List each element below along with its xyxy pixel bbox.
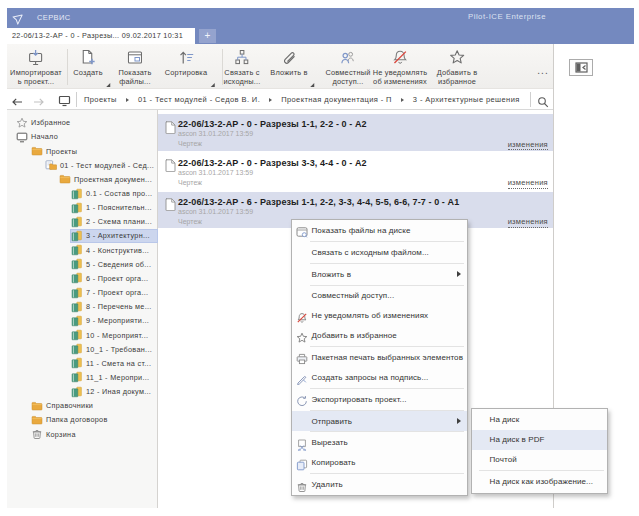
document-row[interactable]: 22-06/13-2-АР - 0 - Разрезы 3-3, 4-4 - 0… (158, 153, 553, 190)
forward-button[interactable] (33, 94, 45, 106)
back-button[interactable] (11, 94, 23, 106)
context-menu-item-label: Отправить (312, 417, 353, 426)
dropdown-corner-icon (106, 83, 110, 87)
tree-item[interactable]: 10_1 - Требован... (71, 343, 157, 356)
toggle-panel-button[interactable] (569, 59, 593, 76)
monitor-icon (16, 131, 28, 143)
tree-item[interactable]: 7 - Проект орга... (71, 286, 157, 299)
context-menu-item[interactable]: Связать с исходным файлом... (292, 242, 467, 262)
context-menu-item[interactable]: Пакетная печать выбранных элементов (292, 348, 467, 368)
search-icon[interactable] (537, 94, 549, 106)
tree-item[interactable]: 11_1 - Меропри... (71, 371, 157, 384)
tree-item-label: 12 - Иная докум... (86, 387, 151, 396)
submenu-item-label: Почтой (490, 455, 517, 464)
document-type: Чертеж (178, 218, 202, 225)
tree-item[interactable]: Избранное (16, 117, 157, 130)
tree-item-label: Проектная докумен... (74, 175, 152, 184)
section-icon (71, 216, 83, 228)
toolbar-button[interactable]: Добавить в избранное (437, 47, 478, 89)
section-icon (71, 230, 83, 242)
tree-item[interactable]: 11 - Смета на ст... (71, 357, 157, 370)
section-icon (71, 244, 83, 256)
submenu-item[interactable]: На диск (472, 410, 607, 430)
tree-item-label: Начало (31, 132, 58, 141)
tree-item-label: 11_1 - Меропри... (86, 373, 149, 382)
folder-icon (59, 173, 71, 185)
toolbar-button[interactable]: Связать с исходны... (223, 47, 260, 89)
context-menu-item-label: Добавить в избранное (312, 331, 397, 340)
tree-item[interactable]: Проекты (31, 145, 157, 158)
mute-bell-icon (392, 49, 409, 66)
context-menu-item[interactable]: Не уведомлять об изменениях (292, 306, 467, 326)
submenu-item[interactable]: На диск в PDF (472, 430, 607, 450)
toolbar-button[interactable]: Импортироват ь проект... (10, 47, 62, 89)
sort-icon (178, 49, 195, 66)
changes-link[interactable]: изменения (508, 217, 548, 228)
context-menu-item-label: Связать с исходным файлом... (312, 248, 429, 257)
toolbar-button[interactable]: Показать файлы... (118, 47, 151, 89)
tree-item[interactable]: 2 - Схема плани... (71, 216, 157, 229)
tree-item[interactable]: Корзина (31, 428, 157, 441)
context-menu-item[interactable]: Отправить (292, 411, 467, 431)
tree-item[interactable]: Папка договоров (31, 414, 157, 427)
tree-item-label: 1 - Пояснительн... (86, 203, 152, 212)
toolbar-button-label: Вложить в (270, 69, 307, 78)
section-icon (71, 202, 83, 214)
toolbar-button[interactable]: Не уведомлять об изменениях (373, 47, 428, 89)
toolbar-button-label: Показать файлы... (118, 69, 151, 86)
breadcrumb-item[interactable]: Проектная документация - П (281, 95, 392, 104)
toolbar-button-label: Сортировка (165, 69, 208, 78)
tree-item[interactable]: Справочники (31, 400, 157, 413)
breadcrumb-item[interactable]: Проекты (84, 95, 117, 104)
toolbar: ... Импортироват ь проект... Создать Пок… (7, 44, 553, 88)
context-menu-item[interactable]: Вырезать (292, 433, 467, 453)
context-menu-item[interactable]: Копировать (292, 453, 467, 473)
toolbar-button[interactable]: Создать (73, 47, 103, 89)
tree-item[interactable]: 01 - Тест модулей - Сед... (45, 159, 157, 172)
submenu-item[interactable]: Почтой (472, 450, 607, 470)
breadcrumb-item[interactable]: 3 - Архитектурные решения (413, 95, 520, 104)
mprinter-icon (296, 351, 308, 363)
tree-item[interactable]: 1 - Пояснительн... (71, 201, 157, 214)
tree-item[interactable]: 9 - Мероприяти... (71, 315, 157, 328)
context-menu-item[interactable]: Экспортировать проект... (292, 389, 467, 409)
mexport-icon (296, 393, 308, 405)
toolbar-button[interactable]: Совместный доступ... (325, 47, 370, 89)
section-icon (71, 343, 83, 355)
toolbar-button[interactable]: Сортировка (165, 47, 208, 89)
tree-item-label: 7 - Проект орга... (86, 288, 148, 297)
tree-item[interactable]: 4 - Конструктив... (71, 244, 157, 257)
service-menu[interactable]: СЕРВИС (37, 13, 71, 22)
toolbar-button[interactable]: Вложить в (270, 47, 307, 89)
context-menu-item[interactable]: Вложить в (292, 264, 467, 284)
no-icon (296, 415, 308, 427)
tree-item[interactable]: Проектная докумен... (59, 173, 157, 186)
home-icon[interactable] (58, 93, 70, 105)
context-menu-item[interactable]: Создать запросы на подпись... (292, 367, 467, 387)
section-icon (71, 287, 83, 299)
tree-item[interactable]: 5 - Сведения об... (71, 258, 157, 271)
section-icon (71, 371, 83, 383)
tree-item[interactable]: 0.1 - Состав про... (71, 187, 157, 200)
document-tab[interactable]: 22-06/13-2-АР - 0 - Разрезы... 09.02.201… (7, 28, 195, 44)
toolbar-more-button[interactable]: ... (537, 65, 548, 76)
tree-item[interactable]: 8 - Перечень ме... (71, 300, 157, 313)
create-doc-icon (80, 49, 97, 66)
new-tab-button[interactable]: + (199, 29, 216, 43)
document-row[interactable]: 22-06/13-2-АР - 0 - Разрезы 1-1, 2-2 - 0… (158, 114, 553, 151)
context-menu-item[interactable]: Показать файлы на диске (292, 221, 467, 241)
changes-link[interactable]: изменения (508, 140, 548, 151)
tree-item[interactable]: 10 - Мероприят... (71, 329, 157, 342)
tree-item[interactable]: Начало (16, 131, 157, 144)
link-source-icon (234, 49, 251, 66)
context-menu-item[interactable]: Совместный доступ... (292, 286, 467, 306)
tree-item[interactable]: 12 - Иная докум... (71, 385, 157, 398)
tree-item[interactable]: 3 - Архитектурн... (71, 230, 157, 243)
tree-item[interactable]: 6 - Проект орга... (71, 272, 157, 285)
submenu-item[interactable]: На диск как изображение... (472, 472, 607, 492)
context-menu-item[interactable]: Добавить в избранное (292, 326, 467, 346)
section-icon (71, 386, 83, 398)
breadcrumb-item[interactable]: 01 - Тест модулей - Седов В. И. (138, 95, 260, 104)
context-menu-item[interactable]: Удалить (292, 475, 467, 495)
changes-link[interactable]: изменения (508, 178, 548, 189)
